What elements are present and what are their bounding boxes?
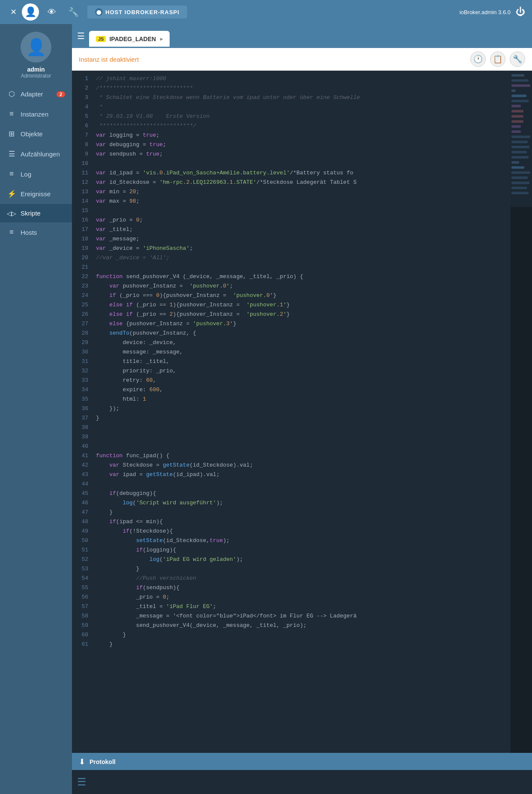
code-line: if(!Steckdose){ — [96, 527, 511, 536]
toolbar: Instanz ist deaktiviert 🕐 📋 🔧 — [72, 48, 532, 71]
host-indicator: ⬤ HOST IOBROKER-RASPI — [87, 6, 187, 18]
user-profile: 👤 admin Administrator — [0, 24, 72, 84]
code-line: if(ipad <= min){ — [96, 517, 511, 527]
code-line: else {pushover_Instanz = 'pushover.3'} — [96, 319, 511, 329]
instance-status: Instanz ist deaktiviert — [79, 56, 139, 63]
code-line: device: _device, — [96, 338, 511, 348]
line-number: 59 — [72, 621, 88, 630]
protocol-area: ☰ — [72, 770, 532, 794]
code-line: else if (_prio == 1){pushover_Instanz = … — [96, 300, 511, 310]
version-label: ioBroker.admin 3.6.0 — [460, 9, 511, 15]
line-number: 15 — [72, 206, 88, 216]
line-numbers: 1234567891011121314151617181920212223242… — [72, 71, 93, 753]
line-number: 29 — [72, 338, 88, 348]
line-number: 47 — [72, 508, 88, 517]
topbar-nav-icons: 👁 🔧 — [48, 7, 79, 17]
hamburger-button[interactable]: ☰ — [77, 31, 85, 41]
sidebar: 👤 admin Administrator ⬡ Adapter 2 ≡ Inst… — [0, 24, 72, 794]
code-line: * 29.03.19 V1.00 Erste Version — [96, 112, 511, 121]
code-line: if(logging){ — [96, 545, 511, 555]
sidebar-item-aufzaehlungen[interactable]: ☰ Aufzählungen — [0, 144, 72, 164]
sidebar-item-label: Aufzählungen — [21, 150, 65, 158]
code-line: var id_Steckdose = 'hm-rpc.2.LEQ1226963.… — [96, 178, 511, 187]
code-line: _message = '<font color="blue">iPad</fon… — [96, 611, 511, 621]
bottom-title: Protokoll — [90, 758, 116, 765]
host-label: HOST IOBROKER-RASPI — [105, 9, 179, 15]
line-number: 35 — [72, 395, 88, 404]
line-number: 11 — [72, 168, 88, 178]
line-number: 30 — [72, 348, 88, 357]
code-line: } — [96, 508, 511, 517]
code-line: log('Script wird ausgeführt'); — [96, 498, 511, 508]
code-line: // jshint maxerr:1000 — [96, 74, 511, 84]
code-line: _prio = 0; — [96, 593, 511, 602]
code-line: var _titel; — [96, 225, 511, 234]
code-line: var pushover_Instanz = 'pushover.0'; — [96, 282, 511, 291]
code-content[interactable]: // jshint maxerr:1000/******************… — [93, 71, 511, 753]
line-number: 61 — [72, 640, 88, 649]
code-line: title: _titel, — [96, 357, 511, 366]
line-number: 53 — [72, 564, 88, 574]
hosts-icon: ≡ — [7, 228, 16, 237]
list-multiline-icon[interactable]: ☰ — [77, 776, 87, 788]
sidebar-item-hosts[interactable]: ≡ Hosts — [0, 222, 72, 242]
user-role: Administrator — [21, 73, 51, 79]
sidebar-item-adapter[interactable]: ⬡ Adapter 2 — [0, 84, 72, 104]
code-line: if (_prio === 0){pushover_Instanz = 'pus… — [96, 291, 511, 300]
code-line — [96, 263, 511, 272]
sidebar-item-skripte[interactable]: ◁▷ Skripte — [0, 204, 72, 222]
line-number: 7 — [72, 131, 88, 140]
list-button[interactable]: 📋 — [490, 51, 505, 67]
sidebar-item-instanzen[interactable]: ≡ Instanzen — [0, 104, 72, 124]
line-number: 32 — [72, 366, 88, 376]
close-button[interactable]: ✕ — [10, 7, 17, 17]
line-number: 45 — [72, 489, 88, 498]
line-number: 28 — [72, 329, 88, 338]
line-number: 8 — [72, 140, 88, 150]
topbar-left: ✕ 👤 — [7, 3, 39, 21]
eye-icon[interactable]: 👁 — [48, 7, 56, 17]
power-button[interactable]: ⏻ — [516, 6, 525, 18]
code-line — [96, 432, 511, 442]
line-number: 26 — [72, 310, 88, 319]
line-number: 13 — [72, 187, 88, 197]
line-number: 25 — [72, 300, 88, 310]
code-line: }); — [96, 404, 511, 413]
settings-button[interactable]: 🔧 — [510, 51, 525, 67]
code-editor[interactable]: 1234567891011121314151617181920212223242… — [72, 71, 532, 753]
wrench-icon[interactable]: 🔧 — [68, 7, 79, 17]
line-number: 27 — [72, 319, 88, 329]
code-line: html: 1 — [96, 395, 511, 404]
line-number: 57 — [72, 602, 88, 611]
line-number: 21 — [72, 263, 88, 272]
code-line: var _prio = 0; — [96, 216, 511, 225]
sidebar-item-objekte[interactable]: ⊞ Objekte — [0, 124, 72, 144]
aufzaehlungen-icon: ☰ — [7, 150, 16, 159]
script-tab[interactable]: JS IPADEG_LADEN ▸ — [89, 31, 170, 48]
code-line — [96, 442, 511, 451]
code-line: } — [96, 630, 511, 640]
settings-icon: 🔧 — [513, 54, 522, 64]
bottom-panel: ⬇ Protokoll ☰ — [72, 753, 532, 794]
code-line: var sendpush = true; — [96, 150, 511, 159]
code-line: priority: _prio, — [96, 366, 511, 376]
line-number: 1 — [72, 74, 88, 84]
line-number: 41 — [72, 451, 88, 461]
line-number: 31 — [72, 357, 88, 366]
sidebar-item-ereignisse[interactable]: ⚡ Ereignisse — [0, 184, 72, 204]
download-icon[interactable]: ⬇ — [79, 757, 85, 767]
code-line: else if (_prio == 2){pushover_Instanz = … — [96, 310, 511, 319]
code-line: //Push verschicken — [96, 574, 511, 583]
clock-button[interactable]: 🕐 — [470, 51, 486, 67]
sidebar-item-label: Skripte — [21, 210, 65, 217]
sidebar-item-label: Ereignisse — [21, 190, 65, 198]
code-line: var id_ipad = 'vis.0.iPad_von_Sascha+Amé… — [96, 168, 511, 178]
sidebar-item-log[interactable]: ≡ Log — [0, 164, 72, 184]
line-number: 19 — [72, 244, 88, 253]
code-line: var max = 98; — [96, 197, 511, 206]
log-icon: ≡ — [7, 170, 16, 178]
code-line: * — [96, 102, 511, 112]
line-number: 51 — [72, 545, 88, 555]
code-line: var ipad = getState(id_ipad).val; — [96, 470, 511, 479]
code-line: setState(id_Steckdose,true); — [96, 536, 511, 545]
